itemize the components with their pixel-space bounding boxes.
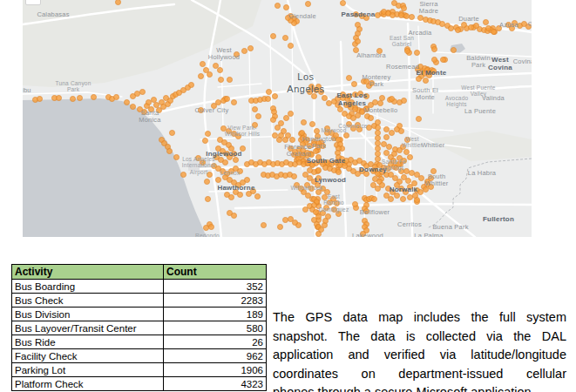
- body-paragraph: The GPS data map includes the full syste…: [273, 308, 566, 392]
- count-cell: 580: [164, 321, 267, 335]
- map-label: East San Gabriel: [390, 35, 414, 48]
- count-cell: 1906: [164, 363, 267, 377]
- activity-cell: Platform Check: [12, 377, 164, 391]
- paragraph-line: coordinates on department-issued cellula…: [273, 365, 566, 384]
- activity-cell: Bus Ride: [12, 335, 164, 349]
- map-label: Santa Monica: [139, 110, 160, 125]
- map-label: Redondo: [195, 233, 220, 237]
- map-label: La Palma: [414, 233, 443, 237]
- map-label: Sierra Madre: [419, 1, 438, 16]
- table-header-row: Activity Count: [12, 265, 267, 280]
- map-label: Willowbrook: [290, 185, 322, 191]
- activity-cell: Bus Layover/Transit Center: [12, 321, 164, 335]
- activity-cell: Bus Division: [12, 308, 164, 321]
- paragraph-line: snapshot. The data is collected via the …: [273, 328, 566, 347]
- count-cell: 4323: [164, 377, 267, 391]
- document-page: { "map": { "origin_x": 26, "dot_color": …: [0, 0, 576, 392]
- map-label: Buena Park: [432, 224, 468, 231]
- map-widget-fragment: [25, 0, 41, 5]
- map-label: Los Angeles International Airport: [182, 156, 215, 175]
- map-label: Calabasas: [37, 11, 69, 18]
- map-label: Maywood: [321, 127, 346, 133]
- map-label: El Monte: [417, 70, 447, 78]
- map-label: Duarte: [458, 16, 479, 23]
- map-label: La Puente: [464, 108, 496, 115]
- paragraph-line: application and verified via latitude/lo…: [273, 346, 566, 365]
- count-cell: 189: [164, 308, 267, 321]
- table-row: Facility Check962: [12, 349, 267, 363]
- map-label: Lakewood: [352, 233, 383, 237]
- count-cell: 26: [164, 335, 267, 349]
- map-label: Santa Fe Springs: [382, 159, 406, 172]
- paragraph-line: phones through a secure Microsoft applic…: [273, 383, 566, 392]
- activity-cell: Bus Check: [12, 294, 164, 308]
- map-label: View Park- Windsor Hills: [225, 125, 261, 138]
- table-row: Bus Check2283: [12, 294, 267, 308]
- count-cell: 2283: [164, 294, 267, 308]
- map-labels-layer: CalabasasTuna Canyon ParkMalibuSanta Mon…: [23, 0, 532, 237]
- col-header-activity: Activity: [12, 265, 164, 280]
- map-label: West Covina: [488, 57, 512, 72]
- map-label: La Habra: [468, 170, 496, 177]
- paragraph-line: The GPS data map includes the full syste…: [273, 308, 566, 328]
- table-row: Parking Lot1906: [12, 363, 267, 377]
- map-label: Whittier: [421, 142, 444, 149]
- count-cell: 352: [164, 280, 267, 294]
- map-label: Montebello: [364, 107, 398, 114]
- table-row: Bus Layover/Transit Center580: [12, 321, 267, 335]
- map-label: Fullerton: [483, 216, 514, 224]
- gps-map: CalabasasTuna Canyon ParkMalibuSanta Mon…: [23, 0, 532, 237]
- activity-count-table: Activity Count Bus Boarding352Bus Check2…: [11, 264, 267, 391]
- map-label: West Hollywood: [208, 47, 240, 62]
- activity-cell: Parking Lot: [12, 363, 164, 377]
- map-label: Bellflower: [360, 209, 390, 216]
- map-label: East Los Angeles: [337, 92, 368, 108]
- map-label: Malibu: [23, 87, 31, 94]
- map-label: Alhambra: [356, 52, 386, 59]
- map-label: East Rancho Dominguez: [319, 193, 349, 213]
- table-row: Bus Boarding352: [12, 280, 267, 294]
- activity-cell: Bus Boarding: [12, 280, 164, 294]
- map-label: Rosemead: [386, 64, 419, 71]
- table-row: Platform Check4323: [12, 377, 267, 391]
- map-label: Lynwood: [315, 177, 346, 185]
- map-label: Glendora: [528, 21, 532, 28]
- map-label: Culver City: [195, 107, 229, 114]
- map-label: Pasadena: [342, 11, 376, 19]
- map-label: Covina: [513, 58, 532, 65]
- map-label: Baldwin Park: [466, 55, 491, 70]
- map-label: Lennox: [220, 170, 241, 176]
- map-label: South Gate: [307, 158, 346, 166]
- map-label: Monterey Park: [363, 74, 391, 89]
- map-label: Azusa: [499, 22, 518, 29]
- map-label: South Whittier: [424, 173, 448, 188]
- map-label: Cerritos: [397, 221, 422, 228]
- map-label: Hawthorne: [217, 185, 254, 193]
- activity-cell: Facility Check: [12, 349, 164, 363]
- table-row: Bus Ride26: [12, 335, 267, 349]
- count-cell: 962: [164, 349, 267, 363]
- map-label: South El Monte: [412, 87, 438, 102]
- map-label: Valinda: [482, 95, 505, 102]
- map-label: Glendale: [288, 13, 316, 20]
- map-label: West Whittier: [402, 136, 423, 149]
- table-row: Bus Division189: [12, 308, 267, 321]
- map-label: Los Angeles: [287, 71, 324, 96]
- col-header-count: Count: [164, 265, 267, 280]
- map-label: Tuna Canyon Park: [56, 80, 91, 93]
- map-label: Avocado Heights: [445, 95, 469, 108]
- map-label: Norwalk: [390, 186, 418, 194]
